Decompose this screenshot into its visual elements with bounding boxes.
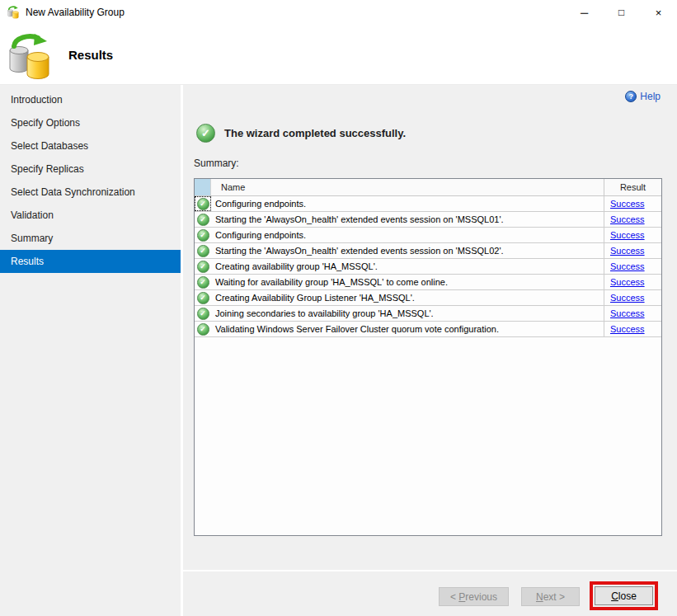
sidebar-item-validation[interactable]: Validation: [0, 204, 181, 227]
table-row[interactable]: ✓ Creating Availability Group Listener '…: [195, 290, 661, 306]
row-success-icon: ✓: [197, 229, 209, 242]
completion-message: The wizard completed successfully.: [224, 127, 406, 139]
step-name: Starting the 'AlwaysOn_health' extended …: [211, 243, 604, 258]
table-row[interactable]: ✓ Validating Windows Server Failover Clu…: [195, 322, 661, 337]
sidebar-item-results[interactable]: Results: [0, 250, 181, 273]
success-link[interactable]: Success: [610, 199, 645, 209]
step-name: Creating availability group 'HA_MSSQL'.: [211, 259, 604, 274]
minimize-icon[interactable]: ─: [566, 0, 603, 25]
results-page: ? Help ✓ The wizard completed successful…: [183, 85, 677, 570]
button-bar: < Previous Next > Close: [183, 570, 677, 616]
help-link[interactable]: ? Help: [625, 91, 661, 102]
help-label: Help: [640, 91, 661, 102]
row-success-icon: ✓: [197, 276, 209, 289]
table-header: Name Result: [195, 179, 661, 196]
success-link[interactable]: Success: [610, 214, 645, 224]
success-link[interactable]: Success: [610, 246, 645, 256]
wizard-header: Results: [0, 25, 677, 85]
table-row[interactable]: ✓ Joining secondaries to availability gr…: [195, 306, 661, 322]
completion-banner: ✓ The wizard completed successfully.: [196, 124, 406, 143]
row-success-icon: ✓: [197, 308, 209, 320]
window-title: New Availability Group: [26, 7, 125, 18]
name-column-header[interactable]: Name: [211, 179, 604, 195]
result-column-header[interactable]: Result: [604, 179, 661, 195]
help-icon: ?: [625, 91, 637, 102]
title-bar: New Availability Group ─ □ ×: [0, 0, 677, 25]
availability-group-app-icon: [7, 6, 20, 19]
close-button[interactable]: Close: [595, 586, 653, 605]
success-link[interactable]: Success: [610, 261, 645, 271]
row-success-icon: ✓: [197, 214, 209, 226]
availability-group-icon: [7, 33, 52, 81]
window-controls: ─ □ ×: [566, 0, 677, 25]
success-link[interactable]: Success: [610, 230, 645, 240]
table-row[interactable]: ✓ Starting the 'AlwaysOn_health' extende…: [195, 212, 661, 228]
sidebar-item-summary[interactable]: Summary: [0, 227, 181, 250]
success-link[interactable]: Success: [610, 293, 645, 303]
table-row[interactable]: ✓ Configuring endpoints. Success: [195, 228, 661, 243]
sidebar-item-specify-options[interactable]: Specify Options: [0, 111, 181, 134]
row-success-icon: ✓: [197, 323, 209, 336]
sidebar-item-select-data-synchronization[interactable]: Select Data Synchronization: [0, 181, 181, 204]
table-row[interactable]: ✓ Waiting for availability group 'HA_MSS…: [195, 275, 661, 290]
wizard-steps-sidebar: Introduction Specify Options Select Data…: [0, 85, 183, 616]
table-row[interactable]: ✓ Configuring endpoints. Success: [195, 196, 661, 212]
sidebar-item-select-databases[interactable]: Select Databases: [0, 134, 181, 158]
success-link[interactable]: Success: [610, 324, 645, 334]
summary-label: Summary:: [194, 158, 239, 169]
row-success-icon: ✓: [197, 292, 209, 304]
maximize-icon[interactable]: □: [603, 0, 640, 25]
icon-column-header: [195, 179, 211, 195]
step-name: Creating Availability Group Listener 'HA…: [211, 290, 604, 305]
step-name: Waiting for availability group 'HA_MSSQL…: [211, 275, 604, 289]
close-highlight-annotation: Close: [590, 581, 658, 610]
success-link[interactable]: Success: [610, 277, 645, 287]
row-success-icon: ✓: [197, 245, 209, 257]
close-window-icon[interactable]: ×: [640, 0, 677, 25]
row-success-icon: ✓: [197, 198, 209, 210]
table-row[interactable]: ✓ Creating availability group 'HA_MSSQL'…: [195, 259, 661, 275]
step-name: Configuring endpoints.: [211, 228, 604, 242]
step-name: Configuring endpoints.: [211, 196, 604, 211]
success-link[interactable]: Success: [610, 308, 645, 318]
row-success-icon: ✓: [197, 261, 209, 273]
step-name: Validating Windows Server Failover Clust…: [211, 322, 604, 336]
table-row[interactable]: ✓ Starting the 'AlwaysOn_health' extende…: [195, 243, 661, 259]
step-name: Starting the 'AlwaysOn_health' extended …: [211, 212, 604, 227]
sidebar-item-specify-replicas[interactable]: Specify Replicas: [0, 158, 181, 181]
next-button[interactable]: Next >: [521, 587, 580, 606]
previous-button[interactable]: < Previous: [439, 587, 509, 606]
sidebar-item-introduction[interactable]: Introduction: [0, 88, 181, 111]
step-name: Joining secondaries to availability grou…: [211, 306, 604, 321]
page-title: Results: [68, 48, 113, 62]
wizard-window: New Availability Group ─ □ × Resul: [0, 0, 677, 616]
summary-table: Name Result ✓ Configuring endpoints. Suc…: [194, 178, 662, 536]
success-icon: ✓: [196, 124, 215, 143]
